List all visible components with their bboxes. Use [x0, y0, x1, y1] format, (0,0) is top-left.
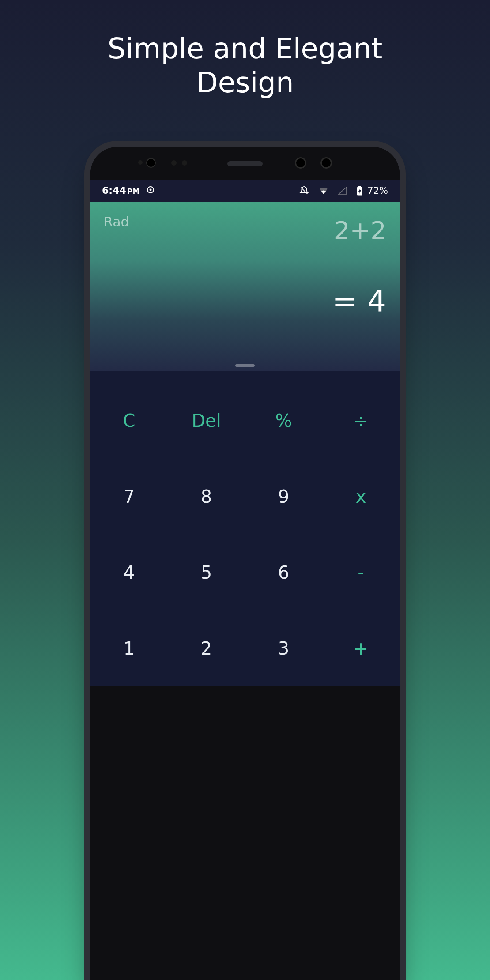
- key-clear[interactable]: C: [90, 383, 168, 459]
- status-time: 6:44: [102, 185, 126, 196]
- battery-charging-icon: [357, 186, 363, 196]
- status-ampm: PM: [128, 188, 140, 196]
- calc-keypad: C Del % ÷ 7 8 9 x 4 5 6 - 1 2 3 +: [90, 371, 400, 686]
- promo-stage: Simple and Elegant Design 6:44 PM: [0, 0, 490, 980]
- wifi-icon: [319, 187, 328, 195]
- front-camera-icon: [295, 157, 306, 169]
- key-multiply[interactable]: x: [322, 459, 400, 535]
- sensor-dot-icon: [171, 160, 177, 166]
- speaker-grille-icon: [227, 161, 263, 166]
- mute-bell-icon: [299, 186, 309, 196]
- status-bar: 6:44 PM: [90, 180, 400, 202]
- key-8[interactable]: 8: [168, 459, 245, 535]
- sensor-dot-icon: [138, 160, 143, 165]
- front-camera-icon: [320, 157, 332, 169]
- status-time-group: 6:44 PM: [102, 185, 155, 196]
- front-camera-icon: [146, 158, 156, 168]
- sensor-dot-icon: [182, 160, 187, 166]
- key-9[interactable]: 9: [245, 459, 322, 535]
- key-subtract[interactable]: -: [322, 535, 400, 611]
- svg-rect-2: [358, 186, 361, 187]
- svg-point-1: [149, 189, 151, 191]
- status-battery-text: 72%: [367, 185, 388, 196]
- key-5[interactable]: 5: [168, 535, 245, 611]
- phone-bezel-top: [90, 147, 400, 180]
- key-6[interactable]: 6: [245, 535, 322, 611]
- key-divide[interactable]: ÷: [322, 383, 400, 459]
- key-percent[interactable]: %: [245, 383, 322, 459]
- key-4[interactable]: 4: [90, 535, 168, 611]
- key-delete[interactable]: Del: [168, 383, 245, 459]
- calc-display: Rad 2+2 = 4: [90, 202, 400, 371]
- phone-screen: 6:44 PM: [90, 180, 400, 686]
- headline-text: Simple and Elegant Design: [108, 32, 383, 100]
- key-1[interactable]: 1: [90, 611, 168, 686]
- cell-signal-icon: [338, 187, 347, 195]
- key-7[interactable]: 7: [90, 459, 168, 535]
- phone-frame: 6:44 PM: [90, 147, 400, 980]
- calc-result: = 4: [332, 284, 386, 319]
- key-add[interactable]: +: [322, 611, 400, 686]
- key-2[interactable]: 2: [168, 611, 245, 686]
- drag-handle-icon[interactable]: [235, 364, 255, 367]
- key-3[interactable]: 3: [245, 611, 322, 686]
- target-icon: [147, 186, 155, 194]
- calc-expression: 2+2: [334, 216, 386, 245]
